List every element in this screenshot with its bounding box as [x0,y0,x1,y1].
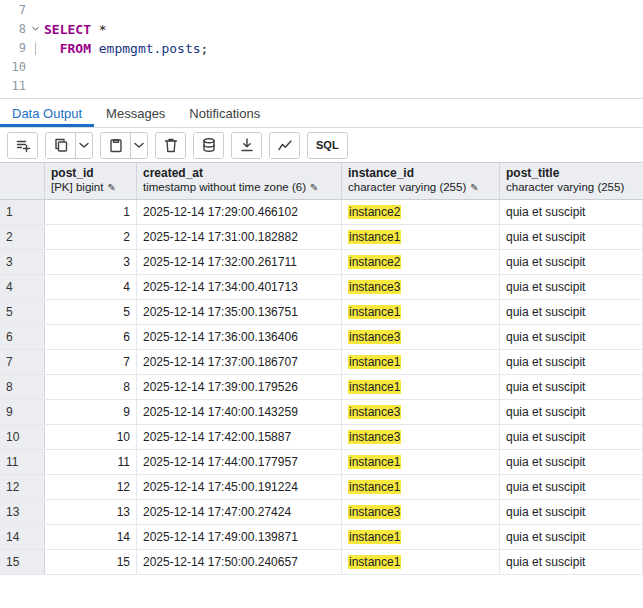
column-header-created_at[interactable]: created_attimestamp without time zone (6… [137,163,342,199]
cell-created-at[interactable]: 2025-12-14 17:39:00.179526 [137,375,342,399]
row-number[interactable]: 13 [0,500,45,524]
sql-button[interactable]: SQL [308,133,347,158]
code-line[interactable]: 10 [0,58,643,77]
row-number[interactable]: 9 [0,400,45,424]
save-results-to-file-button[interactable] [232,133,261,158]
code-line[interactable]: 9 FROM empmgmt.posts; [0,39,643,58]
cell-instance-id[interactable]: instance3 [342,275,500,299]
row-number[interactable]: 15 [0,550,45,574]
cell-instance-id[interactable]: instance1 [342,225,500,249]
cell-post-title[interactable]: quia et suscipit [500,225,643,249]
cell-created-at[interactable]: 2025-12-14 17:49:00.139871 [137,525,342,549]
cell-created-at[interactable]: 2025-12-14 17:36:00.136406 [137,325,342,349]
row-number[interactable]: 1 [0,200,45,224]
paste-options-button[interactable] [130,133,147,158]
cell-created-at[interactable]: 2025-12-14 17:45:00.191224 [137,475,342,499]
tab-notifications[interactable]: Notifications [177,99,272,127]
row-number[interactable]: 7 [0,350,45,374]
cell-post-id[interactable]: 3 [45,250,137,274]
cell-post-id[interactable]: 2 [45,225,137,249]
paste-button[interactable] [101,133,130,158]
sql-editor[interactable]: 78SELECT *9 FROM empmgmt.posts;1011 [0,0,643,98]
cell-post-title[interactable]: quia et suscipit [500,525,643,549]
cell-created-at[interactable]: 2025-12-14 17:37:00.186707 [137,350,342,374]
cell-post-title[interactable]: quia et suscipit [500,475,643,499]
cell-post-title[interactable]: quia et suscipit [500,400,643,424]
column-header-post_title[interactable]: post_titlecharacter varying (255) [500,163,643,199]
cell-post-id[interactable]: 6 [45,325,137,349]
cell-post-title[interactable]: quia et suscipit [500,500,643,524]
cell-post-id[interactable]: 15 [45,550,137,574]
row-number[interactable]: 3 [0,250,45,274]
row-number[interactable]: 6 [0,325,45,349]
cell-created-at[interactable]: 2025-12-14 17:34:00.401713 [137,275,342,299]
cell-instance-id[interactable]: instance3 [342,500,500,524]
cell-instance-id[interactable]: instance1 [342,350,500,374]
cell-post-id[interactable]: 5 [45,300,137,324]
cell-created-at[interactable]: 2025-12-14 17:47:00.27424 [137,500,342,524]
cell-post-title[interactable]: quia et suscipit [500,300,643,324]
cell-post-title[interactable]: quia et suscipit [500,350,643,374]
cell-instance-id[interactable]: instance1 [342,550,500,574]
copy-options-button[interactable] [75,133,92,158]
cell-post-id[interactable]: 1 [45,200,137,224]
save-data-changes-button[interactable] [194,133,223,158]
row-number[interactable]: 8 [0,375,45,399]
row-number[interactable]: 4 [0,275,45,299]
cell-post-id[interactable]: 8 [45,375,137,399]
cell-post-id[interactable]: 9 [45,400,137,424]
cell-post-id[interactable]: 10 [45,425,137,449]
tab-data-output[interactable]: Data Output [0,99,94,127]
cell-post-title[interactable]: quia et suscipit [500,325,643,349]
row-number[interactable]: 11 [0,450,45,474]
column-header-instance_id[interactable]: instance_idcharacter varying (255)✎ [342,163,500,199]
row-number[interactable]: 5 [0,300,45,324]
cell-instance-id[interactable]: instance1 [342,375,500,399]
cell-created-at[interactable]: 2025-12-14 17:32:00.261711 [137,250,342,274]
row-number[interactable]: 10 [0,425,45,449]
cell-created-at[interactable]: 2025-12-14 17:42:00.15887 [137,425,342,449]
cell-post-id[interactable]: 4 [45,275,137,299]
graph-visualiser-button[interactable] [270,133,299,158]
copy-button[interactable] [46,133,75,158]
cell-created-at[interactable]: 2025-12-14 17:50:00.240657 [137,550,342,574]
add-row-button[interactable] [8,133,37,158]
cell-instance-id[interactable]: instance3 [342,325,500,349]
cell-instance-id[interactable]: instance1 [342,300,500,324]
code-line[interactable]: 11 [0,77,643,96]
cell-created-at[interactable]: 2025-12-14 17:31:00.182882 [137,225,342,249]
row-number[interactable]: 14 [0,525,45,549]
cell-created-at[interactable]: 2025-12-14 17:40:00.143259 [137,400,342,424]
cell-created-at[interactable]: 2025-12-14 17:35:00.136751 [137,300,342,324]
cell-post-title[interactable]: quia et suscipit [500,450,643,474]
cell-post-id[interactable]: 14 [45,525,137,549]
cell-created-at[interactable]: 2025-12-14 17:44:00.177957 [137,450,342,474]
cell-post-title[interactable]: quia et suscipit [500,275,643,299]
code-line[interactable]: 8SELECT * [0,20,643,39]
cell-instance-id[interactable]: instance3 [342,425,500,449]
cell-instance-id[interactable]: instance2 [342,200,500,224]
cell-instance-id[interactable]: instance1 [342,475,500,499]
cell-instance-id[interactable]: instance1 [342,525,500,549]
cell-post-id[interactable]: 13 [45,500,137,524]
row-number[interactable]: 2 [0,225,45,249]
tab-messages[interactable]: Messages [94,99,177,127]
cell-post-id[interactable]: 12 [45,475,137,499]
cell-post-title[interactable]: quia et suscipit [500,375,643,399]
cell-post-title[interactable]: quia et suscipit [500,425,643,449]
cell-instance-id[interactable]: instance3 [342,400,500,424]
cell-instance-id[interactable]: instance1 [342,450,500,474]
select-all-corner[interactable] [0,163,45,199]
row-number[interactable]: 12 [0,475,45,499]
cell-post-title[interactable]: quia et suscipit [500,200,643,224]
cell-post-title[interactable]: quia et suscipit [500,250,643,274]
cell-created-at[interactable]: 2025-12-14 17:29:00.466102 [137,200,342,224]
delete-rows-button[interactable] [156,133,185,158]
cell-post-title[interactable]: quia et suscipit [500,550,643,574]
fold-toggle[interactable] [26,20,44,39]
column-header-post_id[interactable]: post_id[PK] bigint✎ [45,163,137,199]
cell-instance-id[interactable]: instance2 [342,250,500,274]
code-line[interactable]: 7 [0,1,643,20]
cell-post-id[interactable]: 7 [45,350,137,374]
cell-post-id[interactable]: 11 [45,450,137,474]
